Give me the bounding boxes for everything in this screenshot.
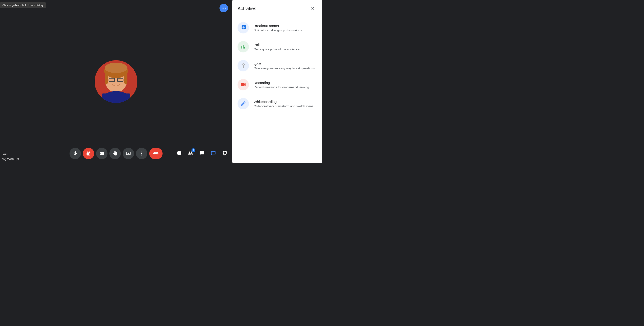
participant-avatar-image	[95, 60, 138, 103]
activities-icon	[211, 150, 216, 156]
whiteboarding-icon	[238, 98, 249, 110]
back-tooltip: Click to go back, hold to see history	[0, 2, 46, 8]
activities-panel: Activities ✕ Breakout rooms Split into s…	[232, 0, 322, 163]
activity-item-breakout-rooms[interactable]: Breakout rooms Split into smaller group …	[232, 18, 322, 37]
camera-button[interactable]	[83, 148, 94, 159]
meeting-code: vvj-vveo-upf	[2, 157, 19, 161]
breakout-rooms-desc: Split into smaller group discussions	[254, 28, 302, 32]
raise-hand-icon	[112, 151, 118, 156]
security-icon	[222, 150, 227, 156]
info-button[interactable]	[174, 148, 184, 158]
svg-rect-10	[102, 94, 130, 103]
qa-name: Q&A	[254, 62, 315, 66]
svg-point-11	[141, 152, 142, 152]
avatar	[95, 60, 138, 103]
chat-icon	[199, 150, 204, 156]
recording-text: Recording Record meetings for on-demand …	[254, 81, 309, 89]
whiteboarding-text: Whiteboarding Collaboratively brainstorm…	[254, 100, 313, 108]
end-call-icon	[153, 152, 159, 156]
mic-icon	[72, 151, 78, 156]
activities-list: Breakout rooms Split into smaller group …	[232, 16, 322, 163]
participant-tile	[95, 60, 138, 103]
present-icon	[126, 151, 131, 156]
polls-name: Polls	[254, 43, 300, 47]
cc-icon	[99, 151, 104, 156]
polls-desc: Get a quick pulse of the audience	[254, 48, 300, 51]
control-bar	[70, 148, 162, 159]
people-badge: 1	[192, 148, 195, 152]
breakout-rooms-icon	[238, 22, 249, 34]
svg-rect-3	[105, 71, 108, 84]
raise-hand-button[interactable]	[110, 148, 121, 159]
captions-button[interactable]	[96, 148, 108, 159]
more-options-button[interactable]	[220, 4, 228, 12]
breakout-rooms-text: Breakout rooms Split into smaller group …	[254, 24, 302, 32]
qa-desc: Give everyone an easy way to ask questio…	[254, 66, 315, 70]
activity-item-polls[interactable]: Polls Get a quick pulse of the audience	[232, 37, 322, 56]
info-icon	[176, 150, 182, 156]
people-button[interactable]: 1	[185, 148, 196, 158]
panel-title: Activities	[238, 6, 256, 12]
qa-text: Q&A Give everyone an easy way to ask que…	[254, 62, 315, 70]
security-button[interactable]	[220, 148, 230, 158]
svg-point-5	[105, 63, 128, 73]
svg-point-12	[141, 153, 142, 154]
mic-button[interactable]	[70, 148, 81, 159]
breakout-rooms-name: Breakout rooms	[254, 24, 302, 28]
bottom-right-icons: 1	[174, 148, 230, 158]
svg-rect-4	[124, 71, 128, 84]
qa-icon	[238, 60, 249, 72]
whiteboarding-desc: Collaboratively brainstorm and sketch id…	[254, 104, 313, 108]
recording-desc: Record meetings for on-demand viewing	[254, 86, 309, 89]
svg-point-13	[141, 155, 142, 156]
close-panel-button[interactable]: ✕	[309, 5, 316, 12]
chat-button[interactable]	[197, 148, 207, 158]
end-call-button[interactable]	[149, 148, 162, 159]
panel-header: Activities ✕	[232, 0, 322, 16]
polls-icon	[238, 41, 249, 52]
main-video-area: Click to go back, hold to see history	[0, 0, 232, 163]
you-label: You	[2, 152, 8, 156]
activities-button[interactable]	[208, 148, 218, 158]
more-vert-icon	[139, 151, 144, 156]
recording-icon	[238, 79, 249, 90]
camera-off-icon	[86, 151, 91, 156]
video-content	[0, 0, 232, 163]
recording-name: Recording	[254, 81, 309, 85]
activity-item-whiteboarding[interactable]: Whiteboarding Collaboratively brainstorm…	[232, 94, 322, 113]
more-ctrl-button[interactable]	[136, 148, 147, 159]
three-dots-icon	[222, 8, 226, 8]
present-button[interactable]	[123, 148, 134, 159]
polls-text: Polls Get a quick pulse of the audience	[254, 43, 300, 51]
whiteboarding-name: Whiteboarding	[254, 100, 313, 104]
activity-item-recording[interactable]: Recording Record meetings for on-demand …	[232, 75, 322, 94]
activity-item-qa[interactable]: Q&A Give everyone an easy way to ask que…	[232, 56, 322, 75]
